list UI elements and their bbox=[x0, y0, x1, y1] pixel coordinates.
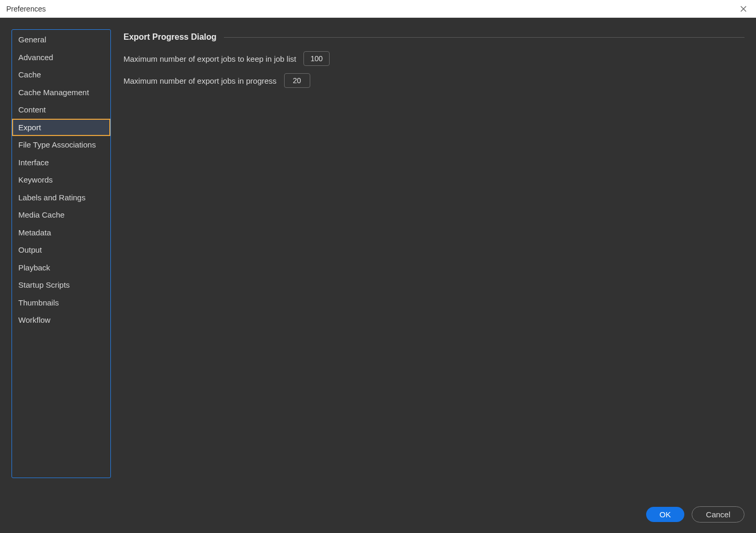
sidebar-item-label: Keywords bbox=[18, 175, 53, 184]
dialog-footer: OK Cancel bbox=[0, 498, 756, 533]
field-label: Maximum number of export jobs to keep in… bbox=[123, 54, 296, 63]
field-label: Maximum number of export jobs in progres… bbox=[123, 76, 277, 85]
sidebar-item-label: Cache bbox=[18, 70, 41, 79]
ok-button[interactable]: OK bbox=[646, 507, 685, 522]
sidebar-item-label: File Type Associations bbox=[18, 140, 96, 149]
sidebar-item-label: Startup Scripts bbox=[18, 280, 70, 289]
close-icon bbox=[740, 6, 747, 12]
main-body: General Advanced Cache Cache Management … bbox=[0, 18, 756, 498]
sidebar-item-label: Advanced bbox=[18, 53, 53, 62]
close-button[interactable] bbox=[737, 3, 750, 15]
content-area: General Advanced Cache Cache Management … bbox=[0, 18, 756, 533]
sidebar-item-label: Workflow bbox=[18, 315, 50, 324]
sidebar-item-keywords[interactable]: Keywords bbox=[12, 171, 110, 189]
cancel-button[interactable]: Cancel bbox=[692, 506, 744, 523]
sidebar-item-content[interactable]: Content bbox=[12, 101, 110, 119]
sidebar: General Advanced Cache Cache Management … bbox=[12, 29, 111, 478]
sidebar-item-label: Metadata bbox=[18, 228, 51, 237]
field-max-jobs-progress: Maximum number of export jobs in progres… bbox=[123, 73, 744, 88]
sidebar-item-file-type-associations[interactable]: File Type Associations bbox=[12, 136, 110, 154]
sidebar-item-label: Cache Management bbox=[18, 88, 89, 97]
sidebar-item-thumbnails[interactable]: Thumbnails bbox=[12, 294, 110, 312]
sidebar-item-label: Media Cache bbox=[18, 210, 64, 219]
sidebar-item-label: Output bbox=[18, 245, 42, 254]
sidebar-item-workflow[interactable]: Workflow bbox=[12, 311, 110, 329]
max-jobs-progress-input[interactable] bbox=[284, 73, 310, 88]
sidebar-item-label: Interface bbox=[18, 158, 49, 167]
sidebar-item-export[interactable]: Export bbox=[12, 119, 110, 137]
sidebar-item-label: General bbox=[18, 35, 46, 44]
section-title: Export Progress Dialog bbox=[123, 32, 217, 42]
sidebar-item-label: Export bbox=[18, 123, 41, 132]
sidebar-item-label: Labels and Ratings bbox=[18, 193, 85, 202]
sidebar-item-label: Playback bbox=[18, 263, 50, 272]
sidebar-item-cache-management[interactable]: Cache Management bbox=[12, 84, 110, 101]
settings-panel: Export Progress Dialog Maximum number of… bbox=[123, 29, 744, 498]
sidebar-item-metadata[interactable]: Metadata bbox=[12, 224, 110, 242]
sidebar-item-media-cache[interactable]: Media Cache bbox=[12, 206, 110, 224]
sidebar-item-interface[interactable]: Interface bbox=[12, 154, 110, 172]
window-title: Preferences bbox=[6, 5, 46, 13]
sidebar-item-cache[interactable]: Cache bbox=[12, 66, 110, 84]
sidebar-item-playback[interactable]: Playback bbox=[12, 259, 110, 277]
section-rule bbox=[224, 37, 744, 38]
titlebar: Preferences bbox=[0, 0, 756, 18]
max-jobs-keep-input[interactable] bbox=[303, 51, 330, 66]
sidebar-item-label: Thumbnails bbox=[18, 298, 59, 307]
sidebar-item-advanced[interactable]: Advanced bbox=[12, 49, 110, 66]
sidebar-item-general[interactable]: General bbox=[12, 31, 110, 49]
sidebar-item-label: Content bbox=[18, 105, 46, 114]
preferences-window: Preferences General Advanced Cache Cache… bbox=[0, 0, 756, 533]
sidebar-item-output[interactable]: Output bbox=[12, 241, 110, 259]
sidebar-item-startup-scripts[interactable]: Startup Scripts bbox=[12, 276, 110, 294]
sidebar-item-labels-and-ratings[interactable]: Labels and Ratings bbox=[12, 189, 110, 207]
section-header: Export Progress Dialog bbox=[123, 32, 744, 42]
field-max-jobs-keep: Maximum number of export jobs to keep in… bbox=[123, 51, 744, 66]
